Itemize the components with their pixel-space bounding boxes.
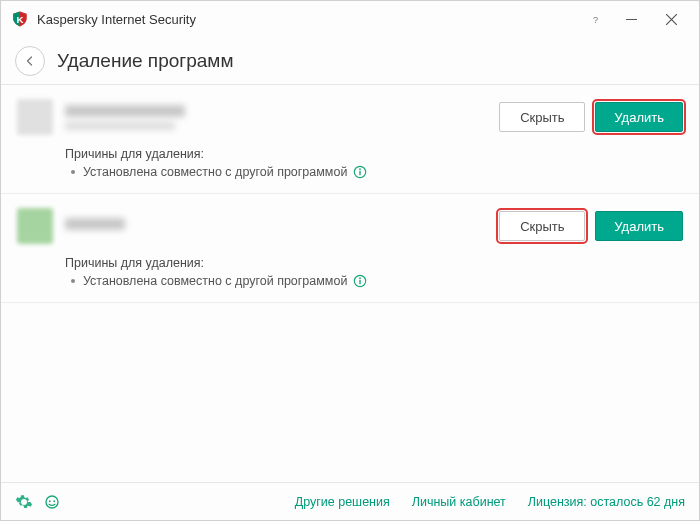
reasons-title: Причины для удаления: bbox=[65, 256, 683, 270]
program-vendor bbox=[65, 122, 175, 130]
bullet-icon bbox=[71, 170, 75, 174]
svg-point-4 bbox=[360, 168, 362, 170]
program-row: Скрыть Удалить bbox=[17, 99, 683, 135]
svg-point-9 bbox=[46, 496, 58, 508]
program-icon bbox=[17, 99, 53, 135]
program-row: Скрыть Удалить bbox=[17, 208, 683, 244]
program-icon bbox=[17, 208, 53, 244]
action-buttons: Скрыть Удалить bbox=[499, 211, 683, 241]
program-item: Скрыть Удалить Причины для удаления: Уст… bbox=[1, 194, 699, 303]
svg-point-10 bbox=[49, 500, 51, 502]
svg-rect-5 bbox=[360, 171, 361, 175]
hide-button[interactable]: Скрыть bbox=[499, 102, 585, 132]
hide-button[interactable]: Скрыть bbox=[499, 211, 585, 241]
program-list: Скрыть Удалить Причины для удаления: Уст… bbox=[1, 85, 699, 482]
page-header: Удаление программ bbox=[1, 37, 699, 85]
svg-text:?: ? bbox=[592, 15, 597, 25]
titlebar: K Kaspersky Internet Security ? bbox=[1, 1, 699, 37]
delete-button[interactable]: Удалить bbox=[595, 211, 683, 241]
bullet-icon bbox=[71, 279, 75, 283]
program-name bbox=[65, 105, 185, 117]
info-icon[interactable] bbox=[353, 165, 367, 179]
reasons-block: Причины для удаления: Установлена совмес… bbox=[65, 147, 683, 179]
reason-item: Установлена совместно с другой программо… bbox=[65, 165, 683, 179]
reason-text: Установлена совместно с другой программо… bbox=[83, 274, 347, 288]
reason-item: Установлена совместно с другой программо… bbox=[65, 274, 683, 288]
info-icon[interactable] bbox=[353, 274, 367, 288]
account-link[interactable]: Личный кабинет bbox=[412, 495, 506, 509]
license-status[interactable]: Лицензия: осталось 62 дня bbox=[528, 495, 685, 509]
footer: Другие решения Личный кабинет Лицензия: … bbox=[1, 482, 699, 520]
other-solutions-link[interactable]: Другие решения bbox=[295, 495, 390, 509]
gear-icon[interactable] bbox=[15, 493, 33, 511]
app-window: K Kaspersky Internet Security ? Удаление… bbox=[0, 0, 700, 521]
reasons-title: Причины для удаления: bbox=[65, 147, 683, 161]
svg-rect-2 bbox=[626, 19, 637, 20]
back-button[interactable] bbox=[15, 46, 45, 76]
svg-text:K: K bbox=[16, 14, 23, 25]
app-logo-icon: K bbox=[11, 10, 29, 28]
minimize-button[interactable] bbox=[611, 5, 651, 33]
program-item: Скрыть Удалить Причины для удаления: Уст… bbox=[1, 85, 699, 194]
action-buttons: Скрыть Удалить bbox=[499, 102, 683, 132]
delete-button[interactable]: Удалить bbox=[595, 102, 683, 132]
close-button[interactable] bbox=[651, 5, 691, 33]
support-icon[interactable] bbox=[43, 493, 61, 511]
program-name bbox=[65, 218, 125, 230]
program-meta bbox=[65, 105, 499, 130]
svg-point-11 bbox=[53, 500, 55, 502]
program-meta bbox=[65, 218, 499, 235]
app-title: Kaspersky Internet Security bbox=[37, 12, 196, 27]
page-title: Удаление программ bbox=[57, 50, 233, 72]
svg-point-7 bbox=[360, 277, 362, 279]
svg-rect-8 bbox=[360, 280, 361, 284]
reasons-block: Причины для удаления: Установлена совмес… bbox=[65, 256, 683, 288]
reason-text: Установлена совместно с другой программо… bbox=[83, 165, 347, 179]
help-button[interactable]: ? bbox=[579, 5, 611, 33]
